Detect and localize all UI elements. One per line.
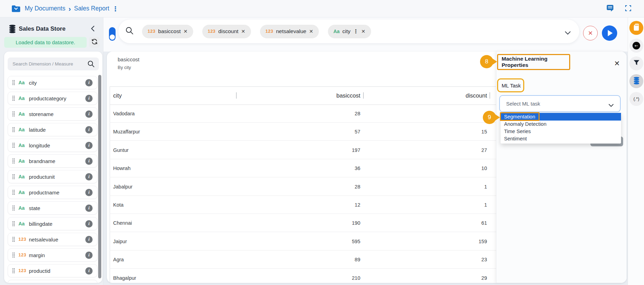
field-item-productname[interactable]: Aa productname i — [8, 186, 97, 199]
run-query-button[interactable] — [602, 25, 617, 41]
field-item-margin[interactable]: 123 margin i — [8, 248, 97, 262]
regex-button[interactable]: (.*) — [629, 92, 643, 106]
cell-city: Muzaffarpur — [113, 123, 140, 141]
info-icon[interactable]: i — [85, 252, 93, 259]
close-icon[interactable]: ✕ — [614, 59, 620, 68]
field-label: longitude — [29, 142, 50, 148]
query-bar[interactable]: 123 basiccost ✕ 123 discount ✕ 123 netsa… — [118, 20, 579, 43]
cell-city: Agra — [113, 251, 124, 269]
cell-discount: 29 — [481, 269, 487, 283]
field-item-city[interactable]: Aa city i — [8, 76, 97, 89]
card-title: basiccost — [118, 56, 140, 62]
field-item-longitude[interactable]: Aa longitude i — [8, 139, 97, 152]
ml-task-select[interactable]: Select ML task — [499, 95, 621, 112]
field-item-productid[interactable]: 123 productid i — [8, 264, 97, 277]
document-menu-icon[interactable]: ⋮ — [112, 5, 119, 13]
drag-handle-icon[interactable] — [12, 221, 15, 226]
info-icon[interactable]: i — [85, 173, 93, 180]
dimension-type-icon: Aa — [18, 174, 29, 179]
chip-close-icon[interactable]: ✕ — [309, 29, 313, 34]
dimension-type-icon: Aa — [18, 221, 29, 226]
column-header-discount[interactable]: discount — [466, 86, 487, 105]
column-header-city[interactable]: city — [113, 86, 122, 105]
drag-handle-icon[interactable] — [12, 127, 15, 132]
drag-handle-icon[interactable] — [12, 252, 15, 258]
drag-handle-icon[interactable] — [12, 205, 15, 211]
info-icon[interactable]: i — [85, 205, 93, 212]
drag-handle-icon[interactable] — [12, 95, 15, 101]
option-anomaly-detection[interactable]: Anomaly Detection — [501, 121, 621, 128]
field-item-netsalevalue[interactable]: 123 netsalevalue i — [8, 233, 97, 246]
info-icon[interactable]: i — [85, 267, 93, 275]
info-icon[interactable]: i — [85, 157, 93, 165]
field-item-brandname[interactable]: Aa brandname i — [8, 154, 97, 168]
filter-button[interactable] — [629, 56, 643, 70]
memory-card-button[interactable] — [629, 21, 643, 35]
query-chip-basiccost[interactable]: 123 basiccost ✕ — [142, 25, 193, 38]
drag-handle-icon[interactable] — [12, 142, 15, 148]
sidebar-scrollbar[interactable] — [98, 75, 101, 278]
field-label: productcategory — [29, 95, 66, 101]
refresh-button[interactable] — [89, 37, 100, 48]
chip-close-icon[interactable]: ✕ — [361, 29, 366, 34]
sidebar-collapse-icon[interactable] — [89, 25, 96, 32]
drag-handle-icon[interactable] — [12, 190, 15, 195]
drag-handle-icon[interactable] — [12, 237, 15, 242]
drag-handle-icon[interactable] — [12, 268, 15, 274]
drag-handle-icon[interactable] — [12, 80, 15, 85]
folder-icon[interactable] — [11, 5, 21, 12]
dimension-type-icon: Aa — [18, 190, 29, 195]
field-label: storename — [29, 111, 54, 117]
option-segmentation[interactable]: Segmentation — [501, 113, 621, 121]
card-subtitle: By city — [118, 65, 131, 70]
cell-city: Howrah — [113, 159, 131, 177]
datastore-panel-button[interactable] — [629, 74, 643, 88]
search-icon — [87, 60, 95, 69]
field-item-productcategory[interactable]: Aa productcategory i — [8, 92, 97, 105]
info-icon[interactable]: i — [85, 220, 93, 228]
comments-icon[interactable] — [606, 5, 614, 13]
info-icon[interactable]: i — [85, 142, 93, 149]
field-item-latitude[interactable]: Aa latitude i — [8, 123, 97, 136]
field-label: productname — [29, 190, 60, 195]
info-icon[interactable]: i — [85, 79, 93, 86]
back-button[interactable]: ← — [629, 39, 643, 53]
option-sentiment[interactable]: Sentiment — [501, 135, 621, 142]
info-icon[interactable]: i — [85, 110, 93, 118]
info-icon[interactable]: i — [85, 236, 93, 243]
query-mode-toggle[interactable] — [109, 27, 116, 41]
query-chip-discount[interactable]: 123 discount ✕ — [202, 25, 251, 38]
drag-handle-icon[interactable] — [12, 111, 15, 117]
cell-discount: 27 — [481, 141, 487, 159]
chevron-down-icon[interactable] — [565, 30, 571, 36]
cell-basiccost: 595 — [352, 232, 360, 251]
field-item-productunit[interactable]: Aa productunit i — [8, 170, 97, 183]
field-item-state[interactable]: Aa state i — [8, 201, 97, 215]
breadcrumb-root[interactable]: My Documents — [25, 5, 65, 12]
field-search-input[interactable] — [8, 57, 99, 70]
info-icon[interactable]: i — [85, 95, 93, 102]
option-time-series[interactable]: Time Series — [501, 128, 621, 135]
clear-query-button[interactable]: ✕ — [583, 26, 598, 40]
fullscreen-icon[interactable] — [625, 5, 631, 13]
column-header-basiccost[interactable]: basiccost — [336, 86, 360, 105]
query-chip-city[interactable]: Aa city ⋮ ✕ — [328, 25, 371, 38]
back-arrow-icon: ← — [633, 42, 640, 49]
cell-city: Guntur — [113, 141, 128, 159]
info-icon[interactable]: i — [85, 126, 93, 133]
chip-close-icon[interactable]: ✕ — [183, 29, 188, 34]
field-label: latitude — [29, 127, 46, 133]
field-item-billingdate[interactable]: Aa billingdate i — [8, 217, 97, 230]
info-icon[interactable]: i — [85, 189, 93, 196]
chip-close-icon[interactable]: ✕ — [241, 29, 245, 34]
query-chip-netsalevalue[interactable]: 123 netsalevalue ✕ — [260, 25, 319, 38]
field-item-storename[interactable]: Aa storename i — [8, 107, 97, 121]
database-icon — [633, 77, 640, 86]
drag-handle-icon[interactable] — [12, 174, 15, 179]
datastore-title: Sales Data Store — [19, 25, 65, 32]
chip-menu-icon[interactable]: ⋮ — [353, 28, 359, 34]
drag-handle-icon[interactable] — [12, 158, 15, 164]
cell-discount: 10 — [481, 159, 487, 177]
cell-basiccost: 28 — [355, 105, 360, 123]
breadcrumb-current[interactable]: Sales Report — [74, 5, 109, 12]
